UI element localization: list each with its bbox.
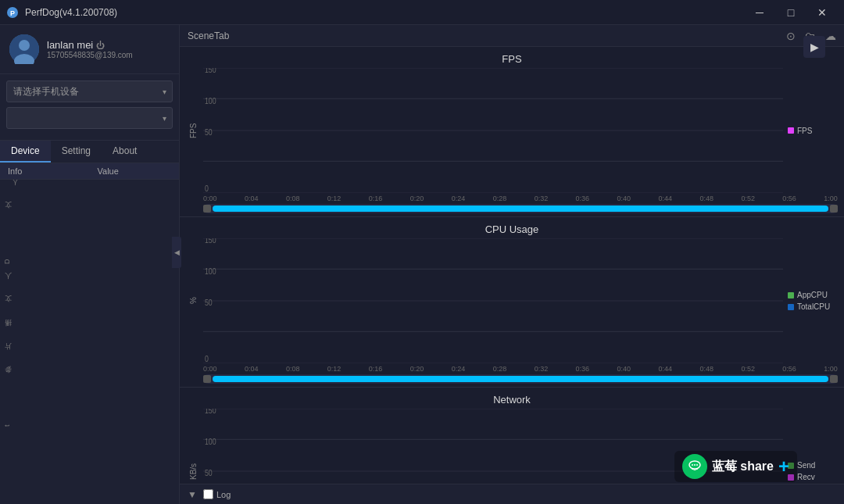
log-bar: ▼ Log bbox=[180, 484, 844, 504]
sidebar: lanlan mei ⏻ 15705548835@139.com 请选择手机设备… bbox=[0, 25, 180, 504]
cpu-chart-title: CPU Usage bbox=[180, 223, 844, 235]
tab-setting[interactable]: Setting bbox=[51, 141, 102, 163]
app-title: PerfDog(v4.1.200708) bbox=[25, 7, 117, 18]
send-legend-label: Send bbox=[797, 461, 815, 470]
network-y-label: KB/s bbox=[186, 409, 200, 484]
fps-y-label: FPS bbox=[186, 68, 200, 193]
cloud-icon[interactable]: ☁ bbox=[825, 30, 836, 42]
fps-chart-inner: 150 100 50 0 bbox=[203, 68, 783, 193]
scene-tab-label: SceneTab bbox=[188, 30, 229, 41]
charts-area[interactable]: FPS FPS 150 100 bbox=[180, 47, 844, 484]
location-icon[interactable]: ⊙ bbox=[786, 30, 796, 42]
fps-scrollbar-thumb[interactable] bbox=[213, 206, 828, 212]
totalcpu-legend-label: TotalCPU bbox=[797, 302, 830, 311]
cpu-legend: AppCPU TotalCPU bbox=[783, 238, 838, 363]
totalcpu-legend-item: TotalCPU bbox=[788, 302, 838, 311]
power-icon[interactable]: ⏻ bbox=[96, 41, 105, 50]
svg-text:150: 150 bbox=[205, 68, 216, 74]
log-chevron-icon[interactable]: ▼ bbox=[188, 489, 197, 500]
sidebar-label-10 bbox=[3, 391, 17, 414]
fps-chart-container: FPS 150 100 50 bbox=[180, 68, 844, 193]
network-chart-svg: 150 100 50 0 bbox=[203, 409, 783, 484]
cpu-scrollbar-thumb[interactable] bbox=[213, 376, 828, 382]
fps-x-axis: 0:00 0:04 0:08 0:12 0:16 0:20 0:24 0:28 … bbox=[180, 193, 844, 204]
network-chart-panel: Network KB/s 150 100 50 0 bbox=[180, 388, 844, 484]
window-controls: ─ □ ✕ bbox=[744, 0, 838, 25]
sidebar-label-2: 文 bbox=[3, 203, 17, 227]
minimize-button[interactable]: ─ bbox=[744, 0, 775, 25]
fps-scroll-handle-right[interactable] bbox=[830, 205, 838, 213]
user-name-text: lanlan mei bbox=[47, 39, 93, 51]
log-label: Log bbox=[216, 490, 231, 499]
device-select[interactable]: 请选择手机设备 bbox=[6, 80, 173, 102]
info-rows-area: 人 文 D 人 文 播 片 参 t bbox=[0, 180, 179, 504]
info-table-header: Info Value bbox=[0, 163, 179, 180]
title-bar-left: P PerfDog(v4.1.200708) bbox=[6, 6, 117, 19]
sidebar-label-5: 人 bbox=[3, 273, 17, 297]
user-section: lanlan mei ⏻ 15705548835@139.com bbox=[0, 25, 179, 74]
fps-chart-svg: 150 100 50 0 bbox=[203, 68, 783, 193]
fps-scrollbar[interactable] bbox=[203, 204, 838, 213]
cpu-scroll-handle-right[interactable] bbox=[830, 375, 838, 383]
svg-text:0: 0 bbox=[205, 184, 209, 193]
title-bar: P PerfDog(v4.1.200708) ─ □ ✕ bbox=[0, 0, 844, 25]
fps-legend: FPS bbox=[783, 68, 838, 193]
cpu-chart-inner: 150 100 50 0 bbox=[203, 238, 783, 363]
tab-device[interactable]: Device bbox=[0, 141, 51, 163]
svg-text:100: 100 bbox=[205, 96, 216, 105]
cpu-scrollbar[interactable] bbox=[203, 374, 838, 384]
recv-legend-label: Recv bbox=[797, 473, 815, 481]
value-col-header: Value bbox=[90, 163, 180, 179]
svg-text:50: 50 bbox=[205, 127, 213, 137]
totalcpu-legend-dot bbox=[788, 304, 794, 310]
device-select-wrapper: 请选择手机设备 ▾ bbox=[6, 80, 173, 102]
svg-text:100: 100 bbox=[205, 437, 216, 446]
sidebar-label-8: 片 bbox=[3, 344, 17, 367]
avatar bbox=[9, 34, 39, 64]
fps-scroll-handle-left[interactable] bbox=[203, 205, 211, 213]
maximize-button[interactable]: □ bbox=[775, 0, 806, 25]
cpu-x-axis: 0:00 0:04 0:08 0:12 0:16 0:20 0:24 0:28 … bbox=[180, 363, 844, 374]
network-legend: Send Recv bbox=[783, 409, 838, 484]
close-button[interactable]: ✕ bbox=[806, 0, 838, 25]
user-email: 15705548835@139.com bbox=[47, 51, 133, 59]
cpu-chart-panel: CPU Usage % 150 100 50 0 bbox=[180, 217, 844, 388]
fps-chart-title: FPS bbox=[180, 53, 844, 65]
svg-text:50: 50 bbox=[205, 298, 213, 307]
svg-text:P: P bbox=[10, 9, 15, 17]
fps-legend-item: FPS bbox=[788, 127, 838, 135]
tab-bar: Device Setting About bbox=[0, 141, 179, 163]
svg-text:50: 50 bbox=[205, 468, 213, 477]
collapse-icon: ◀ bbox=[174, 248, 180, 256]
log-checkbox[interactable] bbox=[203, 489, 213, 499]
cpu-scroll-handle-left[interactable] bbox=[203, 375, 211, 383]
recv-legend-item: Recv bbox=[788, 473, 838, 481]
svg-text:0: 0 bbox=[205, 354, 209, 363]
appcpu-legend-label: AppCPU bbox=[797, 291, 828, 299]
tab-about[interactable]: About bbox=[102, 141, 148, 163]
scene-tab-bar: SceneTab ⊙ 🗁 ☁ bbox=[180, 25, 844, 47]
svg-text:150: 150 bbox=[205, 409, 216, 415]
sidebar-label-1: 人 bbox=[3, 180, 17, 203]
recv-legend-dot bbox=[788, 474, 794, 481]
appcpu-legend-dot bbox=[788, 292, 794, 298]
appcpu-legend-item: AppCPU bbox=[788, 291, 838, 299]
network-chart-title: Network bbox=[180, 394, 844, 406]
sidebar-label-9: 参 bbox=[3, 367, 17, 391]
main-content: SceneTab ⊙ 🗁 ☁ ▶ FPS FPS bbox=[180, 25, 844, 504]
send-legend-dot bbox=[788, 463, 794, 469]
svg-point-3 bbox=[19, 40, 30, 51]
sidebar-label-6: 文 bbox=[3, 297, 17, 320]
log-checkbox-area: Log bbox=[203, 489, 231, 499]
fps-chart-panel: FPS FPS 150 100 bbox=[180, 47, 844, 217]
app-select-wrapper: ▾ bbox=[6, 107, 173, 129]
play-button[interactable]: ▶ bbox=[803, 36, 825, 58]
network-chart-inner: 150 100 50 0 bbox=[203, 409, 783, 484]
sidebar-collapse-btn[interactable]: ◀ bbox=[172, 237, 180, 268]
app-select[interactable] bbox=[6, 107, 173, 129]
app-icon: P bbox=[6, 6, 19, 19]
sidebar-vert-labels: 人 文 D 人 文 播 片 参 t bbox=[3, 180, 17, 438]
cpu-chart-container: % 150 100 50 0 bbox=[180, 238, 844, 363]
svg-text:150: 150 bbox=[205, 238, 216, 245]
sidebar-label-4: D bbox=[3, 250, 17, 273]
